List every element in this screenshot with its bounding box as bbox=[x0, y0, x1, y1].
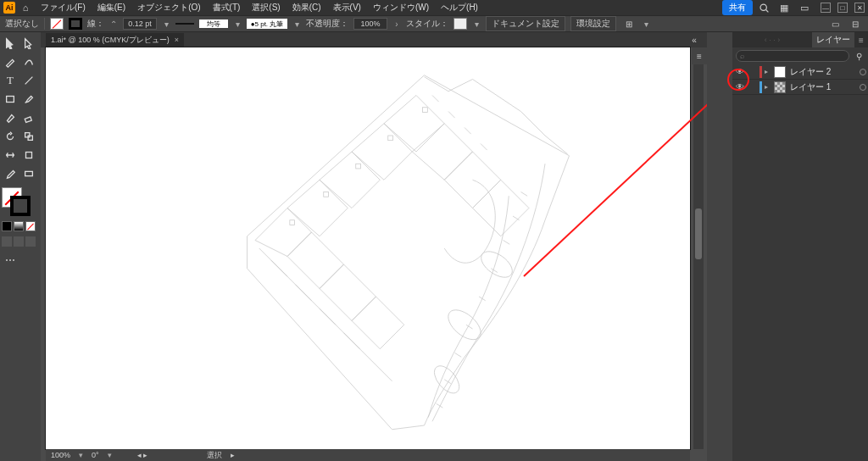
window-close[interactable]: ✕ bbox=[854, 3, 865, 13]
close-icon[interactable]: × bbox=[175, 36, 179, 44]
fill-swatch[interactable] bbox=[50, 18, 64, 30]
status-zoom[interactable]: 100% bbox=[51, 451, 70, 459]
layers-filter-icon[interactable]: ⚲ bbox=[853, 52, 865, 61]
document-setup-button[interactable]: ドキュメント設定 bbox=[486, 16, 565, 31]
menu-window[interactable]: ウィンドウ(W) bbox=[368, 0, 434, 15]
stroke-weight-dropdown[interactable]: ▾ bbox=[162, 19, 170, 29]
canvas[interactable] bbox=[46, 47, 690, 449]
draw-normal[interactable] bbox=[2, 236, 12, 247]
vertical-scrollbar[interactable] bbox=[693, 47, 704, 449]
width-tool[interactable] bbox=[2, 147, 19, 164]
expand-icon[interactable]: ▸ bbox=[765, 68, 771, 75]
color-mode-none[interactable] bbox=[25, 221, 36, 231]
rotate-tool[interactable] bbox=[2, 128, 19, 145]
window-minimize[interactable]: — bbox=[821, 3, 831, 13]
layer-row[interactable]: 👁 ▸ レイヤー 1 bbox=[732, 80, 868, 95]
doc-tab-menu-icon[interactable]: « bbox=[687, 36, 702, 45]
line-tool[interactable] bbox=[20, 72, 37, 89]
svg-point-10 bbox=[443, 304, 487, 345]
graphic-style-swatch[interactable] bbox=[453, 18, 467, 30]
workspace-icon[interactable]: ▭ bbox=[798, 1, 811, 14]
draw-inside[interactable] bbox=[25, 236, 36, 247]
menu-object[interactable]: オブジェクト(O) bbox=[132, 0, 205, 15]
window-maximize[interactable]: □ bbox=[837, 3, 848, 13]
layers-search-input[interactable]: ⌕ bbox=[736, 50, 849, 62]
svg-rect-3 bbox=[7, 97, 14, 103]
status-rotate[interactable]: 0° bbox=[92, 451, 99, 459]
fill-stroke-control[interactable] bbox=[2, 187, 36, 218]
preferences-button[interactable]: 環境設定 bbox=[570, 16, 616, 31]
svg-point-9 bbox=[476, 247, 516, 283]
paintbrush-tool[interactable] bbox=[20, 91, 37, 108]
arrange-docs-icon[interactable]: ▦ bbox=[777, 1, 791, 14]
document-tab-label: 1.ai* @ 100 % (CMYK/プレビュー) bbox=[51, 35, 170, 46]
layer-row[interactable]: 👁 ▸ レイヤー 2 bbox=[732, 64, 868, 80]
draw-behind[interactable] bbox=[14, 236, 24, 247]
brush-definition[interactable]: ● 5 pt. 丸筆 bbox=[247, 19, 287, 29]
selection-tool[interactable] bbox=[2, 35, 19, 52]
svg-rect-8 bbox=[25, 171, 33, 175]
eyedropper-tool[interactable] bbox=[2, 165, 19, 182]
visibility-toggle-icon[interactable]: 👁 bbox=[734, 81, 746, 93]
stroke-swatch[interactable] bbox=[69, 18, 82, 30]
status-bar: 100%▾ 0°▾ ◂ ▸ 選択 ▸ bbox=[46, 449, 690, 461]
svg-rect-12 bbox=[290, 220, 295, 225]
search-icon[interactable] bbox=[757, 1, 771, 14]
rectangle-tool[interactable] bbox=[2, 91, 19, 108]
shaper-tool[interactable] bbox=[2, 109, 19, 126]
status-artboard-nav[interactable]: ◂ ▸ bbox=[137, 451, 148, 459]
layer-target-icon[interactable] bbox=[860, 69, 866, 75]
expand-icon[interactable]: ▸ bbox=[765, 83, 771, 91]
panel-menu-icon[interactable]: ≡ bbox=[854, 36, 868, 45]
stroke-weight-input[interactable] bbox=[123, 18, 157, 30]
stroke-style-sample[interactable] bbox=[175, 23, 194, 25]
align-icon[interactable]: ⊞ bbox=[621, 18, 637, 30]
curvature-tool[interactable] bbox=[20, 53, 37, 70]
menu-select[interactable]: 選択(S) bbox=[247, 0, 285, 15]
pen-tool[interactable] bbox=[2, 53, 19, 70]
layer-color-indicator bbox=[760, 81, 762, 93]
stroke-label: 線： bbox=[87, 18, 104, 30]
share-button[interactable]: 共有 bbox=[722, 0, 753, 15]
svg-rect-6 bbox=[28, 136, 32, 140]
color-mode-gradient[interactable] bbox=[14, 221, 24, 231]
layers-panel: ‹ · · › レイヤー ≡ ⌕ ⚲ 👁 ▸ レイヤー 2 👁 ▸ bbox=[732, 32, 868, 461]
menu-file[interactable]: ファイル(F) bbox=[36, 0, 91, 15]
free-transform-tool[interactable] bbox=[20, 147, 37, 164]
status-tool-nav[interactable]: ▸ bbox=[231, 451, 235, 459]
layer-name[interactable]: レイヤー 2 bbox=[788, 66, 857, 78]
menu-type[interactable]: 書式(T) bbox=[208, 0, 246, 15]
panel-tab-ghost[interactable]: ‹ · · › bbox=[732, 32, 812, 47]
stroke-weight-dec[interactable]: ⌃ bbox=[109, 19, 118, 29]
menu-help[interactable]: ヘルプ(H) bbox=[436, 0, 483, 15]
menu-effect[interactable]: 効果(C) bbox=[287, 0, 326, 15]
layer-name[interactable]: レイヤー 1 bbox=[788, 81, 857, 93]
home-icon[interactable]: ⌂ bbox=[19, 1, 32, 14]
visibility-toggle-icon[interactable]: 👁 bbox=[734, 66, 746, 78]
scale-tool[interactable] bbox=[20, 128, 37, 145]
app-logo: Ai bbox=[3, 2, 15, 14]
opacity-dropdown[interactable]: › bbox=[392, 19, 401, 29]
opacity-label: 不透明度： bbox=[306, 18, 348, 30]
opacity-input[interactable] bbox=[353, 18, 387, 30]
layer-target-icon[interactable] bbox=[860, 84, 866, 91]
gradient-tool[interactable] bbox=[20, 165, 37, 182]
svg-rect-15 bbox=[388, 136, 393, 141]
collapsed-props-icon[interactable]: ≡ bbox=[692, 47, 707, 64]
toolbox: T bbox=[0, 32, 41, 461]
panel-toggle-icon[interactable]: ▭ bbox=[827, 18, 843, 30]
type-tool[interactable]: T bbox=[2, 72, 19, 89]
document-tab[interactable]: 1.ai* @ 100 % (CMYK/プレビュー) × bbox=[46, 33, 184, 47]
panel-tab-layers[interactable]: レイヤー bbox=[812, 32, 854, 47]
edit-toolbar[interactable]: ⋯ bbox=[2, 252, 19, 269]
status-tool: 選択 bbox=[207, 450, 222, 461]
stroke-indicator[interactable] bbox=[10, 196, 31, 216]
menu-view[interactable]: 表示(V) bbox=[328, 0, 366, 15]
eraser-tool[interactable] bbox=[20, 109, 37, 126]
color-mode-color[interactable] bbox=[2, 221, 12, 231]
menu-bar: Ai ⌂ ファイル(F) 編集(E) オブジェクト(O) 書式(T) 選択(S)… bbox=[0, 0, 868, 15]
menu-edit[interactable]: 編集(E) bbox=[92, 0, 131, 15]
direct-selection-tool[interactable] bbox=[20, 35, 37, 52]
stroke-profile[interactable]: 均等 bbox=[199, 19, 228, 28]
essentials-icon[interactable]: ⊟ bbox=[848, 18, 863, 30]
